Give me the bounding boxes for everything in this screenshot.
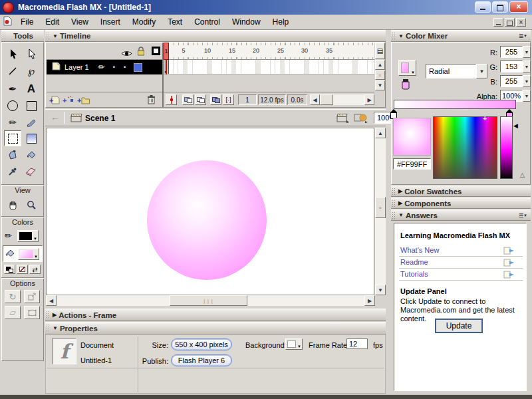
frame-view-options-button[interactable]: ▤ — [375, 43, 385, 59]
stage-h-scrollbar[interactable]: | | | — [57, 295, 364, 306]
delete-layer-button[interactable] — [146, 94, 156, 107]
no-color-button[interactable] — [17, 265, 28, 274]
mdi-restore-button[interactable] — [505, 18, 515, 27]
timeline-scroll-up[interactable]: ▲ — [375, 60, 385, 70]
free-transform-tool[interactable] — [4, 130, 21, 146]
color-swatches-header[interactable]: ▶ Color Swatches — [391, 186, 531, 197]
center-frame-button[interactable] — [166, 94, 177, 105]
framerate-input[interactable] — [346, 338, 368, 349]
alpha-spinner[interactable]: ▼ — [523, 90, 531, 102]
stage-sphere-shape[interactable] — [147, 160, 267, 280]
ink-bottle-tool[interactable] — [4, 147, 21, 163]
lock-layers-icon[interactable] — [137, 47, 145, 59]
fill-indicator-bucket-icon[interactable] — [400, 79, 411, 93]
menu-help[interactable]: Help — [267, 16, 295, 28]
panel-gripper[interactable] — [2, 32, 5, 40]
title-bar[interactable]: Macromedia Flash MX - [Untitled-1] — [0, 0, 532, 15]
expand-triangle-icon[interactable]: ▶ — [398, 200, 402, 206]
answers-header[interactable]: ▼ Answers ≡▼ — [391, 209, 531, 221]
readme-link[interactable]: Readme — [400, 258, 428, 266]
timeline-frames-grid[interactable]: ● — [164, 60, 374, 74]
r-spinner[interactable]: ▼ — [523, 46, 531, 58]
modify-onion-markers-button[interactable]: [·] — [223, 94, 234, 105]
stage-canvas[interactable] — [46, 128, 374, 295]
panel-gripper[interactable] — [392, 200, 395, 207]
timeline-scroll-left[interactable]: ◀ — [310, 94, 320, 105]
zoom-tool[interactable] — [23, 197, 40, 213]
menu-text[interactable]: Text — [162, 16, 188, 28]
minimize-button[interactable] — [475, 1, 491, 13]
collapse-triangle-icon[interactable]: ▼ — [398, 212, 404, 218]
timeline-ruler[interactable]: 5 10 15 20 25 30 35 1 — [164, 43, 374, 60]
insert-layer-folder-button[interactable]: + — [77, 95, 90, 107]
panel-options-menu[interactable]: ≡▼ — [519, 31, 527, 41]
fill-transform-tool[interactable] — [23, 130, 40, 146]
timeline-scroll-right[interactable]: ▶ — [364, 94, 374, 105]
mdi-minimize-button[interactable] — [493, 18, 503, 27]
mdi-close-button[interactable]: × — [516, 18, 526, 27]
pen-tool[interactable]: ✒ — [4, 81, 21, 97]
r-value-field[interactable]: 255 — [500, 46, 523, 58]
pencil-tool[interactable]: ✏ — [4, 114, 21, 130]
stage-scroll-down[interactable]: ▼ — [375, 285, 386, 295]
stage-scroll-up[interactable]: ▲ — [375, 128, 386, 138]
layer-row[interactable]: Layer 1 ✏ • • — [47, 60, 162, 74]
line-tool[interactable] — [4, 63, 21, 79]
oval-tool[interactable] — [4, 98, 21, 114]
expand-triangle-icon[interactable]: ▶ — [398, 188, 402, 194]
back-button[interactable]: ← — [51, 112, 60, 122]
fill-color-swatch[interactable]: ▼ — [18, 248, 39, 260]
stage-scroll-left[interactable]: ◀ — [46, 295, 57, 306]
text-tool[interactable]: A — [23, 81, 40, 97]
edit-multiple-frames-button[interactable] — [210, 94, 221, 105]
stroke-color-swatch[interactable]: ▼ — [17, 230, 39, 242]
rotate-skew-option[interactable]: ↻ — [5, 290, 21, 303]
swap-colors-button[interactable]: ⇄ — [29, 265, 41, 274]
hex-value-field[interactable]: #FF99FF — [393, 158, 431, 170]
subselection-tool[interactable] — [23, 47, 40, 63]
size-button[interactable]: 550 x 400 pixels — [171, 338, 232, 350]
distort-option[interactable]: ▱ — [5, 306, 21, 319]
eyedropper-tool[interactable] — [4, 164, 21, 180]
hand-tool[interactable] — [4, 197, 21, 213]
g-spinner[interactable]: ▼ — [523, 61, 531, 72]
properties-panel-header[interactable]: ▼ Properties — [45, 322, 386, 334]
panel-gripper[interactable] — [46, 324, 49, 332]
brightness-slider[interactable] — [500, 116, 513, 179]
menu-insert[interactable]: Insert — [94, 16, 126, 28]
arrow-tool[interactable] — [4, 47, 21, 63]
timeline-panel-header[interactable]: ▼ Timeline — [45, 30, 386, 42]
fill-style-select[interactable]: Radial — [426, 64, 476, 78]
timeline-h-scrollbar[interactable] — [320, 94, 364, 105]
color-mixer-header[interactable]: ▼ Color Mixer ≡▼ — [391, 30, 531, 42]
close-button[interactable]: × — [509, 1, 528, 13]
timeline-scroll-down[interactable]: ▼ — [375, 80, 385, 90]
menu-modify[interactable]: Modify — [126, 16, 162, 28]
panel-gripper[interactable] — [392, 188, 395, 195]
stage-v-scroll-thumb[interactable]: ≡ — [375, 197, 386, 218]
tools-panel-header[interactable]: Tools — [1, 30, 44, 42]
b-value-field[interactable]: 255 — [500, 75, 523, 87]
scene-name[interactable]: Scene 1 — [85, 114, 115, 123]
insert-layer-button[interactable]: + — [49, 95, 61, 107]
menu-file[interactable]: File — [15, 16, 39, 28]
g-value-field[interactable]: 153 — [500, 61, 523, 72]
restore-button[interactable] — [492, 1, 508, 13]
lasso-tool[interactable]: ℘ — [23, 63, 40, 79]
envelope-option[interactable] — [24, 306, 40, 319]
stage-scroll-right[interactable]: ▶ — [364, 295, 375, 306]
layer-visible-dot[interactable]: • — [113, 64, 115, 70]
layer-outline-swatch[interactable] — [134, 63, 142, 72]
playhead[interactable]: 1 — [164, 43, 169, 60]
edit-symbols-button[interactable] — [354, 112, 368, 126]
menu-edit[interactable]: Edit — [39, 16, 65, 28]
panel-gripper[interactable] — [392, 32, 395, 40]
frame-rate-indicator[interactable]: 12.0 fps — [258, 94, 286, 105]
outline-layers-icon[interactable] — [152, 47, 160, 55]
actions-panel-header[interactable]: ▶ Actions - Frame — [45, 309, 386, 321]
layer-name[interactable]: Layer 1 — [65, 63, 89, 71]
menu-control[interactable]: Control — [188, 16, 226, 28]
stage-h-scroll-thumb[interactable]: | | | — [170, 295, 247, 306]
gradient-definition-bar[interactable] — [394, 100, 516, 109]
b-spinner[interactable]: ▼ — [523, 75, 531, 87]
